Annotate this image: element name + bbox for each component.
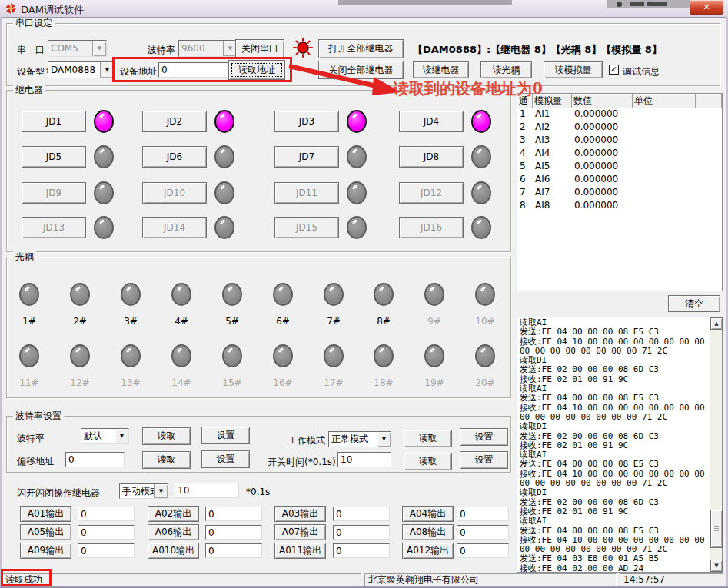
output-button-6[interactable]: A06输出: [148, 524, 199, 540]
output-value-input-11[interactable]: [333, 543, 390, 558]
table-row[interactable]: 5AI50.000000: [517, 161, 722, 174]
output-button-12[interactable]: A012输出: [402, 543, 454, 559]
relay-button-JD7[interactable]: JD7: [274, 146, 339, 168]
offset-read-button[interactable]: 读取: [142, 451, 191, 469]
baud-set-button[interactable]: 设置: [201, 427, 250, 444]
close-all-relays-button[interactable]: 关闭全部继电器: [318, 61, 404, 79]
output-value-input-8[interactable]: [457, 525, 509, 540]
switch-time-label: 开关时间(*0.1s): [268, 456, 336, 469]
table-header-5[interactable]: [696, 94, 722, 108]
table-cell: 2: [517, 121, 533, 135]
relay-button-JD3[interactable]: JD3: [274, 111, 339, 132]
output-value-input-7[interactable]: [333, 525, 390, 540]
relay-led-JD2: [214, 110, 234, 133]
output-value-input-12[interactable]: [457, 543, 509, 558]
baud-read-button[interactable]: 读取: [142, 427, 191, 445]
output-value-input-5[interactable]: [78, 525, 135, 540]
work-mode-select[interactable]: 正常模式 ▼: [328, 431, 391, 447]
output-button-7[interactable]: A07输出: [274, 524, 326, 540]
relay-button-JD6[interactable]: JD6: [142, 146, 207, 168]
relay-button-JD15: JD15: [274, 217, 339, 238]
output-button-9[interactable]: A09输出: [20, 543, 71, 559]
offset-address-input[interactable]: [65, 452, 125, 467]
relay-button-JD8[interactable]: JD8: [399, 146, 464, 168]
table-row[interactable]: 4AI40.000000: [517, 148, 722, 161]
relay-button-JD2[interactable]: JD2: [142, 111, 207, 132]
opto-led-20#: [475, 344, 495, 367]
opto-led-2#: [70, 283, 90, 306]
output-value-input-4[interactable]: [457, 507, 509, 521]
scroll-up-icon[interactable]: ▲: [710, 317, 723, 330]
switch-time-read-button[interactable]: 读取: [404, 453, 452, 470]
table-cell: AI5: [533, 161, 572, 174]
opto-label-20#: 20#: [470, 377, 500, 388]
flash-time-input[interactable]: [175, 483, 239, 498]
flash-mode-select[interactable]: 手动模式 ▼: [119, 483, 168, 499]
table-cell: [633, 200, 696, 213]
scrollbar-thumb[interactable]: [710, 510, 723, 548]
table-cell: AI7: [533, 187, 572, 200]
relay-led-JD4: [471, 110, 491, 133]
debug-info-checkbox[interactable]: ✓: [609, 65, 619, 75]
table-row[interactable]: 6AI60.000000: [517, 174, 722, 187]
baud-default-select[interactable]: 默认 ▼: [81, 428, 129, 444]
read-relays-button[interactable]: 读继电器: [413, 61, 469, 78]
output-button-5[interactable]: A05输出: [20, 524, 71, 540]
table-row[interactable]: 3AI30.000000: [517, 135, 722, 148]
table-header-1[interactable]: 通: [517, 94, 533, 108]
output-button-10[interactable]: A010输出: [148, 543, 199, 559]
close-serial-port-button[interactable]: 关闭串口: [235, 39, 284, 58]
group-title: 光耦: [13, 251, 36, 262]
table-cell: 8: [517, 200, 533, 213]
background-window-fragment: [338, 0, 512, 5]
opto-label-17#: 17#: [318, 377, 349, 388]
output-button-4[interactable]: A04输出: [402, 506, 454, 522]
output-value-input-3[interactable]: [333, 507, 390, 521]
offset-set-button[interactable]: 设置: [201, 450, 250, 468]
log-line: 接收:FE 02 01 00 91 9C: [520, 375, 710, 384]
table-cell: 0.000000: [572, 161, 633, 174]
opto-label-10#: 10#: [470, 316, 500, 327]
output-button-3[interactable]: A03输出: [274, 506, 326, 522]
opto-label-15#: 15#: [217, 377, 248, 388]
read-analog-button[interactable]: 读模拟量: [544, 61, 603, 78]
relay-button-JD5[interactable]: JD5: [22, 146, 86, 168]
output-button-11[interactable]: A011输出: [274, 543, 326, 559]
com-port-select: COM5 ▼: [48, 40, 107, 57]
output-button-8[interactable]: A08输出: [402, 524, 454, 540]
table-header-2[interactable]: 模拟量: [533, 94, 572, 108]
log-scrollbar[interactable]: ▲ ▼: [710, 317, 722, 572]
relay-button-JD1[interactable]: JD1: [22, 111, 86, 132]
relay-button-JD4[interactable]: JD4: [399, 111, 464, 132]
table-row[interactable]: 7AI70.000000: [517, 187, 722, 200]
output-button-1[interactable]: A01输出: [20, 506, 71, 522]
read-opto-button[interactable]: 读光耦: [480, 61, 532, 78]
table-cell: [633, 161, 696, 174]
clear-log-button[interactable]: 清空: [668, 295, 720, 312]
open-all-relays-button[interactable]: 打开全部继电器: [318, 39, 404, 58]
table-row[interactable]: 8AI80.000000: [517, 200, 722, 213]
table-header-4[interactable]: 单位: [633, 94, 696, 108]
switch-time-set-button[interactable]: 设置: [460, 451, 508, 469]
table-header-3[interactable]: 数值: [572, 94, 633, 108]
log-lines[interactable]: 读取AI发送:FE 04 00 00 00 08 E5 C3接收:FE 04 1…: [518, 317, 710, 572]
work-mode-set-button[interactable]: 设置: [460, 428, 508, 446]
output-button-2[interactable]: A02输出: [148, 506, 199, 522]
baud-rate-select: 9600 ▼: [178, 40, 238, 57]
scroll-down-icon[interactable]: ▼: [710, 560, 723, 572]
output-value-input-10[interactable]: [205, 543, 262, 558]
close-button[interactable]: ✕: [690, 0, 723, 15]
device-model-select[interactable]: DAM0888 ▼: [48, 61, 115, 78]
table-cell: AI1: [533, 108, 572, 121]
opto-led-11#: [19, 344, 39, 367]
table-row[interactable]: 1AI10.000000: [517, 108, 722, 121]
output-value-input-6[interactable]: [205, 525, 262, 540]
work-mode-read-button[interactable]: 读取: [404, 430, 452, 447]
read-address-button[interactable]: 读取地址: [228, 60, 285, 80]
output-value-input-1[interactable]: [78, 507, 135, 521]
output-value-input-9[interactable]: [78, 543, 135, 558]
table-row[interactable]: 2AI20.000000: [517, 121, 722, 135]
debug-log[interactable]: 读取AI发送:FE 04 00 00 00 08 E5 C3接收:FE 04 1…: [517, 317, 723, 573]
output-value-input-2[interactable]: [205, 507, 262, 521]
switch-time-input[interactable]: [337, 452, 391, 467]
